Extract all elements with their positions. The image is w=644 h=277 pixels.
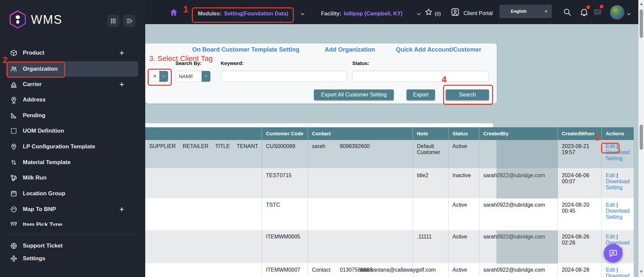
avatar[interactable] — [610, 5, 625, 20]
client-portal-icon[interactable] — [451, 8, 460, 16]
download-setting-link[interactable]: Download Setting — [606, 149, 630, 161]
star-count: (0) — [435, 11, 441, 16]
cell-name — [145, 230, 262, 263]
search-by-select[interactable]: NAME — [176, 71, 211, 82]
cell-note: .11111 — [413, 230, 448, 263]
box-icon — [10, 49, 17, 57]
sidebar-item-location-group[interactable]: Location Group — [0, 186, 145, 201]
search-icon[interactable] — [563, 8, 572, 16]
edit-link[interactable]: Edit — [606, 267, 615, 273]
edit-link[interactable]: Edit — [606, 202, 615, 208]
cell-customer-code: ITEMWM0007 — [262, 264, 308, 277]
collapse-menu-icon[interactable] — [123, 15, 136, 27]
chevron-down-icon[interactable] — [159, 71, 168, 82]
status-input[interactable] — [352, 71, 489, 82]
table-scrollbar-thumb[interactable] — [640, 125, 643, 150]
tab-onboard-customer-template-setting[interactable]: On Board Customer Template Setting — [192, 46, 300, 53]
lifebuoy-icon — [10, 242, 17, 250]
client-portal-label[interactable]: Client Portal — [464, 10, 493, 16]
tab-quick-add-account-customer[interactable]: Quick Add Account/Customer — [396, 46, 481, 53]
export-button[interactable]: Export — [407, 89, 435, 100]
cell-created-when: 2024-08-26 02:26 — [558, 230, 602, 263]
cell-status: Active — [448, 230, 479, 263]
pin-badge-icon — [10, 143, 17, 150]
download-setting-link[interactable]: Download Setting — [606, 208, 630, 220]
export-all-customer-setting-button[interactable]: Export All Customer Setting — [314, 89, 394, 100]
download-setting-link[interactable]: Download Setting — [606, 273, 630, 277]
sidebar-item-map-to-bnp[interactable]: Map To BNP+ — [0, 202, 145, 217]
annotation-4: 4 — [442, 74, 446, 85]
cell-contact — [308, 230, 413, 263]
keyword-label: Keyword: — [221, 60, 244, 66]
edit-link[interactable]: Edit — [606, 143, 615, 149]
ship-icon — [10, 81, 17, 88]
sidebar-item-label: Item Pick Type — [23, 221, 62, 226]
sidebar-divider — [5, 234, 140, 235]
sidebar-item-settings[interactable]: Settings — [0, 251, 145, 266]
sidebar-item-milk-run[interactable]: Milk Run — [0, 170, 145, 186]
clear-x-icon[interactable]: ✕ — [150, 71, 159, 82]
status-label: Status: — [352, 60, 369, 66]
edit-link[interactable]: Edit — [606, 234, 615, 239]
sidebar-item-label: Map To BNP — [23, 206, 56, 213]
sidebar-item-label: Carrier — [23, 81, 42, 88]
sidebar-item-material-template[interactable]: Material Template — [0, 155, 145, 170]
chevron-down-icon[interactable] — [202, 71, 210, 82]
sidebar-item-uom-definition[interactable]: UOM Definition — [0, 123, 145, 139]
table-row: SUPPLIER RETAILER TITLE TENANTCUS000069s… — [145, 140, 634, 169]
sidebar-item-label: Address — [23, 96, 46, 103]
cell-actions: Edit | Download Setting — [602, 140, 634, 168]
language-select[interactable]: English ▾ — [499, 5, 552, 18]
vertical-scrollbar[interactable] — [638, 0, 644, 277]
sidebar-item-label: Material Template — [23, 159, 70, 166]
annotation-3: 3. Select Client Tag — [149, 54, 213, 63]
message-notification-dot — [600, 5, 603, 8]
sidebar-item-carrier[interactable]: Carrier+ — [0, 77, 145, 92]
cell-status: Active — [448, 264, 479, 277]
client-tag-select[interactable]: ✕ — [150, 71, 168, 82]
expand-plus-icon[interactable]: + — [119, 205, 124, 214]
cell-created-by: sarah0922@iubridge.com — [479, 264, 558, 277]
cell-actions: Edit | Download Setting — [602, 199, 634, 230]
modules-value[interactable]: Setting(Foundation Data) — [224, 11, 288, 17]
cell-created-by: sarah0922@iubridge.com — [479, 169, 558, 198]
apps-grid-icon[interactable] — [107, 15, 119, 27]
cell-note — [413, 199, 448, 230]
download-setting-link[interactable]: Download Setting — [606, 179, 630, 190]
chat-fab[interactable] — [604, 244, 623, 263]
keyword-input[interactable] — [221, 71, 347, 82]
cell-name — [145, 169, 262, 198]
sidebar-item-organization[interactable]: Organization — [6, 61, 138, 77]
scroll-up-arrow[interactable] — [640, 3, 643, 5]
star-icon[interactable] — [425, 8, 433, 16]
facility-value[interactable]: lollipop (Campbell, KY) — [344, 11, 402, 17]
sidebar-item-label: Product — [23, 50, 44, 56]
cell-customer-code: TSTC — [262, 199, 308, 230]
sidebar-item-address[interactable]: Address — [0, 92, 145, 108]
cell-status: Active — [448, 140, 479, 168]
sidebar-item-pending[interactable]: Pending — [0, 108, 145, 123]
tab-add-organization[interactable]: Add Organization — [325, 46, 375, 53]
chevron-down-icon[interactable] — [416, 11, 422, 17]
archive-icon — [10, 221, 17, 226]
chevron-down-icon[interactable] — [300, 11, 306, 17]
cell-contact — [308, 199, 413, 230]
chevron-down-icon[interactable] — [626, 11, 632, 17]
edit-link[interactable]: Edit — [606, 172, 615, 178]
search-button[interactable]: Search — [446, 89, 489, 100]
expand-plus-icon[interactable]: + — [119, 48, 124, 58]
sidebar: WMS Product+OrganizationCarrier+AddressP… — [0, 0, 145, 277]
message-icon[interactable] — [593, 8, 602, 17]
sidebar-item-product[interactable]: Product+ — [0, 45, 145, 61]
bell-notification-dot — [586, 5, 590, 9]
arrows-up-down-icon — [10, 159, 17, 166]
sidebar-item-item-pick-type[interactable]: Item Pick Type — [0, 217, 145, 226]
home-icon[interactable] — [169, 8, 178, 17]
expand-plus-icon[interactable]: + — [119, 80, 124, 89]
scrollbar-thumb[interactable] — [640, 9, 643, 38]
scroll-down-arrow[interactable] — [640, 271, 643, 273]
cell-note: title2 — [413, 169, 448, 198]
cell-created-by: sarah0922@iubridge.com — [479, 230, 558, 263]
grid-dots-icon — [10, 127, 17, 135]
sidebar-item-lp-configuration-template[interactable]: LP Configuration Template — [0, 139, 145, 154]
